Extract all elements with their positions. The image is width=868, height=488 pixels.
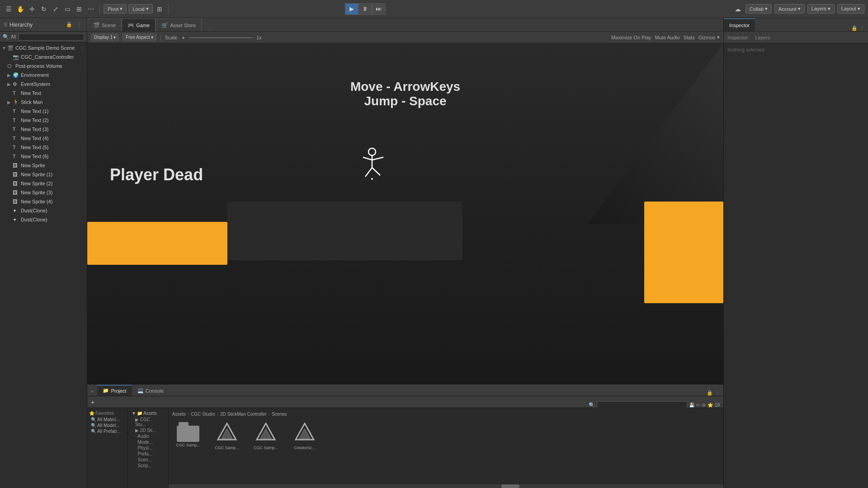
tree-item-camera[interactable]: 📷 CGC_CameraController	[0, 52, 87, 61]
fav-item-prefabs[interactable]: 🔍 All Prefab...	[89, 428, 126, 434]
text5-icon: T	[13, 145, 20, 150]
rect-tool-icon[interactable]: ▭	[62, 4, 72, 14]
tab-game[interactable]: 🎮 Game	[122, 19, 156, 31]
sprite3-icon: 🖼	[13, 190, 20, 195]
breadcrumb-scenes[interactable]: Scenes	[272, 412, 287, 417]
rotate-tool-icon[interactable]: ↻	[39, 4, 49, 14]
assets-2dsti[interactable]: ▶ 2D Sti...	[130, 427, 166, 433]
tree-item-newtext[interactable]: T New Text	[0, 89, 87, 98]
tree-item-dustclone1[interactable]: ✦ Dust(Clone)	[0, 206, 87, 215]
pause-button[interactable]: ⏸	[359, 3, 372, 15]
tab-inspector[interactable]: Inspector	[724, 19, 755, 31]
tab-project[interactable]: 📁 Project	[97, 385, 132, 396]
cloud-icon[interactable]: ☁	[733, 4, 743, 14]
inspector-tab-label[interactable]: Inspector	[727, 35, 748, 40]
tree-item-scene[interactable]: ▼ 🎬 CGC Sample Demo Scene ⋮	[0, 43, 87, 52]
tree-item-newsprite2[interactable]: 🖼 New Sprite (2)	[0, 179, 87, 188]
tree-item-newsprite4[interactable]: 🖼 New Sprite (4)	[0, 197, 87, 206]
hierarchy-tree[interactable]: ▼ 🎬 CGC Sample Demo Scene ⋮ 📷 CGC_Camera…	[0, 42, 87, 488]
asset-item-folder[interactable]: CGC Samp...	[172, 420, 204, 452]
tab-scene[interactable]: 🎬 Scene	[87, 19, 122, 31]
add-bottom-btn[interactable]: +	[87, 387, 97, 396]
assets-audio[interactable]: Audio	[130, 433, 166, 439]
scale-label: Scale	[165, 35, 178, 40]
gizmos-btn[interactable]: Gizmos	[698, 35, 715, 40]
grid-icon[interactable]: ⊞	[155, 4, 165, 14]
add-asset-btn[interactable]: +	[91, 399, 94, 406]
scene-options[interactable]: ⋮	[80, 46, 85, 51]
scroll-thumb[interactable]	[501, 484, 519, 488]
tree-item-postprocess[interactable]: ⬡ Post-process Volume	[0, 61, 87, 70]
mute-audio-btn[interactable]: Mute Audio	[655, 35, 680, 40]
tree-item-newtext3[interactable]: T New Text (3)	[0, 125, 87, 134]
assets-physi[interactable]: Physi...	[130, 445, 166, 451]
gizmos-area: Gizmos ▾	[698, 34, 720, 40]
asset-item-scene2[interactable]: CGC Samp...	[250, 420, 282, 452]
star-icon[interactable]: ⭐	[708, 403, 713, 408]
assets-scrip[interactable]: Scrip...	[130, 463, 166, 469]
local-button[interactable]: Local ▾	[128, 4, 152, 14]
tree-item-newsprite1[interactable]: 🖼 New Sprite (1)	[0, 170, 87, 179]
pivot-button[interactable]: Pivot ▾	[104, 4, 127, 14]
tree-item-newtext1[interactable]: T New Text (1)	[0, 107, 87, 116]
tree-item-newtext6[interactable]: T New Text (6)	[0, 152, 87, 161]
tree-item-stickman[interactable]: ▶ 🏃 Stick Man	[0, 98, 87, 107]
tree-item-eventsystem[interactable]: ▶ ⚙ EventSystem	[0, 80, 87, 89]
lock-icon-bottom[interactable]: 🔒	[707, 390, 713, 396]
game-viewport[interactable]: Move - ArrowKeys Jump - Space Player Dea…	[87, 43, 723, 384]
transform-tool-icon[interactable]: ⊞	[74, 4, 84, 14]
breadcrumb-stickman[interactable]: 2D StickMan Controller	[220, 412, 267, 417]
layout-dropdown-icon: ▾	[858, 6, 860, 11]
play-button[interactable]: ▶	[345, 3, 359, 15]
asset-item-scene3[interactable]: CreatorSc...	[289, 420, 321, 452]
assets-mode[interactable]: Mode...	[130, 439, 166, 445]
step-button[interactable]: ⏭	[372, 3, 386, 15]
layout-button[interactable]: Layout ▾	[837, 4, 864, 14]
assets-cgcstudio[interactable]: ▶ CGC Stu...	[130, 417, 166, 427]
gizmos-dropdown[interactable]: ▾	[717, 34, 720, 40]
tree-item-newtext2[interactable]: T New Text (2)	[0, 116, 87, 125]
tree-item-newtext4[interactable]: T New Text (4)	[0, 134, 87, 143]
tree-item-dustclone2[interactable]: ✦ Dust(Clone)	[0, 215, 87, 224]
assets-prefa[interactable]: Prefa...	[130, 451, 166, 457]
search-settings-icon[interactable]: ⚙	[702, 403, 706, 408]
fav-item-materials[interactable]: 🔍 All Materi...	[89, 417, 126, 422]
layers-button[interactable]: Layers ▾	[807, 4, 835, 14]
tab-options[interactable]: ⋮	[203, 26, 215, 31]
edit-icon[interactable]: ✏	[696, 403, 700, 408]
tab-console[interactable]: 💻 Console	[132, 385, 169, 396]
save-layout-icon[interactable]: 💾	[689, 403, 694, 408]
tree-item-newtext5[interactable]: T New Text (5)	[0, 143, 87, 152]
tab-assetstore[interactable]: 🛒 Asset Store	[156, 19, 202, 31]
layers-tab-label[interactable]: Layers	[755, 35, 770, 40]
asset-item-scene1[interactable]: CGC Samp...	[211, 420, 243, 452]
display-button[interactable]: Display 1 ▾	[91, 33, 119, 41]
hamburger-icon[interactable]: ☰	[4, 4, 14, 14]
hierarchy-lock-icon[interactable]: 🔒	[65, 21, 73, 29]
bottom-options-icon[interactable]: ⋮	[715, 390, 720, 396]
assets-header[interactable]: ▼ 📁 Assets	[130, 410, 166, 417]
hand-tool-icon[interactable]: ✋	[15, 4, 25, 14]
aspect-button[interactable]: Free Aspect ▾	[123, 33, 156, 41]
inspector-options-icon[interactable]: ⋮	[859, 25, 864, 31]
hierarchy-options-icon[interactable]: ⋮	[75, 21, 83, 29]
fav-item-models[interactable]: 🔍 All Model...	[89, 422, 126, 428]
inspector-lock-icon[interactable]: 🔒	[851, 25, 858, 31]
hierarchy-search-input[interactable]	[19, 33, 84, 41]
account-button[interactable]: Account ▾	[774, 4, 805, 14]
assets-scen[interactable]: Scen...	[130, 457, 166, 463]
dotdot-icon[interactable]: ⋯	[86, 4, 96, 14]
tree-item-newsprite3[interactable]: 🖼 New Sprite (3)	[0, 188, 87, 197]
scroll-bar-h[interactable]	[169, 484, 723, 488]
collab-button[interactable]: Collab ▾	[745, 4, 772, 14]
breadcrumb-cgcstudio[interactable]: CGC Studio	[191, 412, 215, 417]
maximize-on-play-btn[interactable]: Maximize On Play	[611, 35, 651, 40]
breadcrumb-assets[interactable]: Assets	[172, 412, 186, 417]
scale-tool-icon[interactable]: ⤢	[51, 4, 61, 14]
tree-item-newsprite[interactable]: 🖼 New Sprite	[0, 161, 87, 170]
all-label[interactable]: All	[11, 34, 16, 39]
tree-item-env[interactable]: ▶ 🌍 Environment	[0, 70, 87, 80]
bottom-main: ⭐ Favorites 🔍 All Materi... 🔍 All Model.…	[87, 408, 723, 488]
move-tool-icon[interactable]: ✛	[27, 4, 37, 14]
stats-btn[interactable]: Stats	[684, 35, 695, 40]
